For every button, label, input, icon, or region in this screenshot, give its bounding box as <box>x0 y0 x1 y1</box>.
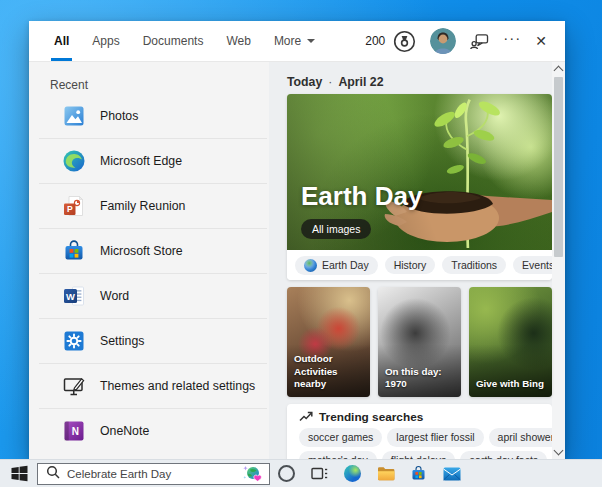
windows-start-button[interactable] <box>10 465 28 482</box>
edge-icon <box>344 465 361 482</box>
recent-item-label: Themes and related settings <box>100 379 255 393</box>
recent-item-label: Microsoft Edge <box>100 154 182 168</box>
cortana-icon <box>278 465 295 482</box>
scroll-down-icon[interactable] <box>554 446 564 456</box>
close-icon[interactable]: ✕ <box>535 33 547 49</box>
search-highlight-icon[interactable] <box>235 464 269 484</box>
more-dropdown-caret-icon <box>307 39 315 43</box>
recent-item-onenote[interactable]: N OneNote <box>39 408 267 453</box>
seedling-illustration <box>391 96 534 248</box>
chip-earth-day[interactable]: Earth Day <box>295 256 378 275</box>
edge-icon <box>62 149 86 173</box>
taskbar <box>0 459 602 487</box>
rewards-medal-icon[interactable] <box>393 30 416 53</box>
powerpoint-file-icon: P <box>62 194 86 218</box>
trending-title: Trending searches <box>319 410 423 424</box>
store-taskbar-icon[interactable] <box>402 465 435 482</box>
card-label: Outdoor Activities nearby <box>294 353 368 391</box>
tab-all[interactable]: All <box>54 21 69 61</box>
card-outdoor-activities[interactable]: Outdoor Activities nearby <box>287 287 370 397</box>
earth-day-image: Earth Day All images <box>287 94 552 250</box>
file-explorer-icon[interactable] <box>369 466 402 481</box>
trending-chip-soccer-games[interactable]: soccer games <box>299 428 382 447</box>
card-label: On this day: 1970 <box>385 366 459 391</box>
earth-day-card[interactable]: Earth Day All images Earth Day History T… <box>287 94 552 280</box>
trending-row-1: soccer games largest flier fossil april … <box>299 428 540 447</box>
scrollbar-thumb[interactable] <box>554 77 563 257</box>
recent-header: Recent <box>50 78 269 94</box>
taskbar-search-box[interactable] <box>37 463 270 485</box>
svg-text:N: N <box>72 426 79 437</box>
cortana-button[interactable] <box>270 465 303 482</box>
today-panel: Today·April 22 <box>269 62 552 459</box>
scroll-up-icon[interactable] <box>554 66 564 76</box>
today-label: Today <box>287 75 322 89</box>
trending-chip-earth-day-facts[interactable]: earth day facts <box>460 451 547 459</box>
trending-searches-card: Trending searches soccer games largest f… <box>287 404 552 459</box>
recent-item-label: Microsoft Store <box>100 244 183 258</box>
card-on-this-day-1970[interactable]: On this day: 1970 <box>378 287 461 397</box>
trending-chip-mothers-day[interactable]: mother's day <box>299 451 377 459</box>
feedback-icon[interactable] <box>470 33 489 50</box>
scrollbar[interactable] <box>552 62 565 459</box>
svg-text:P: P <box>67 204 73 214</box>
chip-events[interactable]: Events <box>513 256 552 275</box>
trending-row-2: mother's day flight delays earth day fac… <box>299 451 540 459</box>
today-separator: · <box>328 75 332 89</box>
recent-item-label: Settings <box>100 334 144 348</box>
recent-item-label: Family Reunion <box>100 199 185 213</box>
earth-day-title: Earth Day <box>301 181 422 212</box>
svg-text:W: W <box>66 291 75 302</box>
recent-list: Photos Microsoft Edge P Family Reunion <box>39 94 267 453</box>
tab-apps[interactable]: Apps <box>92 21 119 61</box>
settings-icon <box>62 329 86 353</box>
recent-item-label: Word <box>100 289 129 303</box>
scrollbar-track[interactable] <box>552 77 565 444</box>
tab-web[interactable]: Web <box>226 21 250 61</box>
recent-item-microsoft-store[interactable]: Microsoft Store <box>39 228 267 273</box>
card-label: Give with Bing <box>476 378 550 391</box>
trending-chip-largest-flier-fossil[interactable]: largest flier fossil <box>387 428 483 447</box>
rewards-points: 200 <box>365 34 385 48</box>
task-view-button[interactable] <box>303 466 336 481</box>
edge-taskbar-icon[interactable] <box>336 465 369 482</box>
tab-documents[interactable]: Documents <box>143 21 204 61</box>
trending-title-row: Trending searches <box>299 410 540 424</box>
search-input[interactable] <box>60 468 235 480</box>
onenote-icon: N <box>62 419 86 443</box>
recent-item-photos[interactable]: Photos <box>39 94 267 138</box>
globe-icon <box>304 259 317 272</box>
chip-history[interactable]: History <box>385 256 436 275</box>
recent-item-microsoft-edge[interactable]: Microsoft Edge <box>39 138 267 183</box>
more-options-icon[interactable]: ··· <box>503 33 521 49</box>
recent-item-settings[interactable]: Settings <box>39 318 267 363</box>
today-header: Today·April 22 <box>287 75 552 91</box>
window-content: Recent Photos Microsoft Edge <box>29 62 565 459</box>
photos-icon <box>62 104 86 128</box>
recent-item-themes[interactable]: Themes and related settings <box>39 363 267 408</box>
topbar-actions: 200 ··· ✕ <box>365 21 565 61</box>
info-cards-row: Outdoor Activities nearby On this day: 1… <box>287 287 552 397</box>
user-avatar[interactable] <box>430 28 456 54</box>
filter-tabs: All Apps Documents Web More <box>54 21 315 61</box>
all-images-button[interactable]: All images <box>301 219 371 239</box>
trending-icon <box>299 408 313 426</box>
trending-chip-flight-delays[interactable]: flight delays <box>382 451 455 459</box>
recent-item-family-reunion[interactable]: P Family Reunion <box>39 183 267 228</box>
recent-item-label: Photos <box>100 109 138 123</box>
card-give-with-bing[interactable]: Give with Bing <box>469 287 552 397</box>
mail-icon[interactable] <box>435 467 468 481</box>
themes-monitor-pen-icon <box>62 374 86 398</box>
recent-item-word[interactable]: W Word <box>39 273 267 318</box>
chip-traditions[interactable]: Traditions <box>442 256 506 275</box>
store-icon <box>62 239 86 263</box>
trending-chip-april-showers[interactable]: april showers <box>489 428 552 447</box>
recent-item-label: OneNote <box>100 424 149 438</box>
search-window: All Apps Documents Web More 200 ··· ✕ <box>29 21 565 459</box>
today-date: April 22 <box>338 75 383 89</box>
tab-more[interactable]: More <box>274 21 315 61</box>
search-filter-bar: All Apps Documents Web More 200 ··· ✕ <box>29 21 565 62</box>
earth-day-chip-row: Earth Day History Traditions Events <box>287 250 552 280</box>
recent-panel: Recent Photos Microsoft Edge <box>29 62 269 459</box>
desktop-wallpaper: All Apps Documents Web More 200 ··· ✕ <box>0 0 602 487</box>
